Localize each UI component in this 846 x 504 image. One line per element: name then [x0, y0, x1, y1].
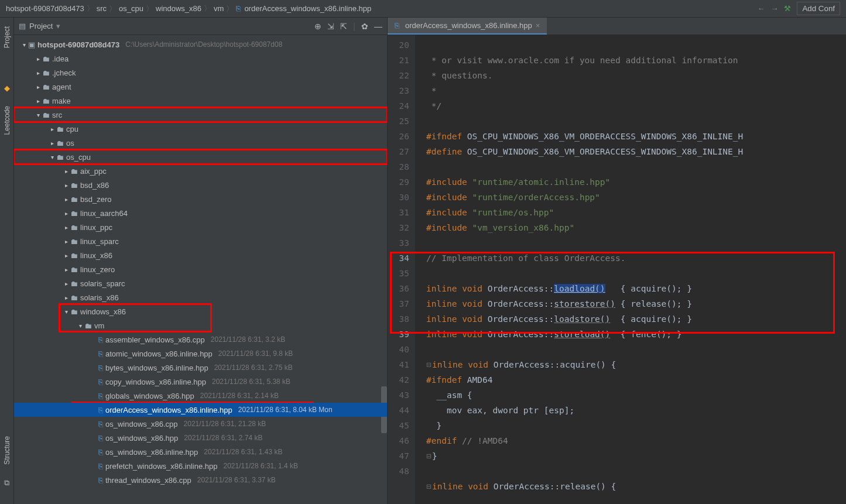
tree-folder[interactable]: 🖿aix_ppc [14, 164, 387, 178]
tree-folder[interactable]: 🖿solaris_sparc [14, 276, 387, 290]
tree-label: atomic_windows_x86.inline.hpp [105, 349, 213, 358]
tree-file[interactable]: ⎘os_windows_x86.hpp2021/11/28 6:31, 2.74… [14, 431, 387, 445]
tree-file[interactable]: ⎘assembler_windows_x86.cpp2021/11/28 6:3… [14, 332, 387, 347]
tree-folder[interactable]: 🖿bsd_zero [14, 192, 387, 206]
tree-folder-oscpu[interactable]: 🖿os_cpu [14, 150, 387, 164]
chevron-right-icon[interactable] [34, 56, 42, 62]
tree-folder[interactable]: 🖿.idea [14, 52, 387, 66]
tree-file-selected[interactable]: ⎘orderAccess_windows_x86.inline.hpp2021/… [14, 403, 387, 417]
tree-folder[interactable]: 🖿linux_x86 [14, 248, 387, 262]
chevron-right-icon[interactable] [34, 98, 42, 104]
chevron-down-icon[interactable] [48, 154, 56, 160]
tree-file[interactable]: ⎘bytes_windows_x86.inline.hpp2021/11/28 … [14, 361, 387, 375]
folder-icon: 🖿 [70, 167, 78, 176]
tree-folder[interactable]: 🖿make [14, 94, 387, 108]
tree-label: aix_ppc [80, 167, 107, 176]
tree-folder-windows-x86[interactable]: 🖿windows_x86 [14, 304, 387, 318]
chevron-right-icon[interactable] [62, 238, 70, 245]
chevron-down-icon[interactable] [20, 42, 28, 48]
hide-icon[interactable]: — [374, 22, 382, 31]
tree-folder[interactable]: 🖿solaris_x86 [14, 290, 387, 304]
tree-folder[interactable]: 🖿agent [14, 80, 387, 94]
file-meta: 2021/11/28 6:31, 1.4 kB [224, 462, 298, 470]
tree-file[interactable]: ⎘copy_windows_x86.inline.hpp2021/11/28 6… [14, 375, 387, 389]
breadcrumb-item[interactable]: src [97, 4, 107, 13]
tree-folder[interactable]: 🖿linux_sparc [14, 234, 387, 248]
dropdown-icon[interactable]: ▾ [56, 22, 60, 30]
tree-label: hotspot-69087d08d473 [37, 40, 119, 49]
tree-folder[interactable]: 🖿bsd_x86 [14, 178, 387, 192]
code-area[interactable]: * or visit www.oracle.com if you need ad… [416, 35, 846, 504]
tree-file[interactable]: ⎘os_windows_x86.cpp2021/11/28 6:31, 21.2… [14, 417, 387, 431]
tree-file[interactable]: ⎘atomic_windows_x86.inline.hpp2021/11/28… [14, 347, 387, 361]
chevron-right-icon[interactable] [62, 182, 70, 188]
tree-folder-vm[interactable]: 🖿vm [14, 318, 387, 332]
add-configuration-button[interactable]: Add Conf [797, 2, 840, 15]
chevron-down-icon[interactable] [34, 112, 42, 118]
breadcrumb-item[interactable]: vm [214, 4, 224, 13]
divider: | [353, 22, 355, 31]
tree-folder[interactable]: 🖿linux_ppc [14, 220, 387, 234]
file-icon: ⎘ [236, 4, 241, 13]
nav-forward-icon[interactable]: → [770, 4, 778, 13]
breadcrumb-item[interactable]: hotspot-69087d08d473 [6, 4, 84, 13]
expand-all-icon[interactable]: ⇲ [327, 22, 334, 31]
tree-folder[interactable]: 🖿os [14, 136, 387, 150]
close-icon[interactable]: × [536, 21, 540, 30]
file-icon: ⎘ [98, 434, 103, 443]
editor-panel: ⎘ orderAccess_windows_x86.inline.hpp × 2… [388, 18, 846, 504]
structure-tool-button[interactable]: Structure [3, 433, 11, 468]
tree-folder[interactable]: 🖿linux_zero [14, 262, 387, 276]
tree-folder[interactable]: 🖿cpu [14, 122, 387, 136]
editor-tab[interactable]: ⎘ orderAccess_windows_x86.inline.hpp × [388, 18, 547, 35]
breadcrumb-item[interactable]: os_cpu [119, 4, 143, 13]
tree-folder[interactable]: 🖿linux_aarch64 [14, 206, 387, 220]
file-meta: 2021/11/28 6:31, 3.2 kB [211, 335, 285, 344]
leetcode-tool-button[interactable]: Leetcode [3, 103, 11, 138]
breadcrumb-item[interactable]: orderAccess_windows_x86.inline.hpp [244, 4, 371, 13]
folder-icon: 🖿 [70, 293, 78, 302]
chevron-right-icon[interactable] [62, 294, 70, 301]
chevron-right-icon[interactable] [48, 140, 56, 146]
project-panel: ▤ Project ▾ ⊕ ⇲ ⇱ | ✿ — ▣ hotspot-69087d… [14, 18, 388, 504]
tree-root[interactable]: ▣ hotspot-69087d08d473 C:\Users\Administ… [14, 37, 387, 52]
project-panel-title[interactable]: Project [29, 22, 53, 30]
tree-folder[interactable]: 🖿.jcheck [14, 66, 387, 80]
leetcode-icon[interactable]: ◆ [4, 84, 10, 92]
tree-label: os_cpu [66, 153, 91, 162]
chevron-right-icon[interactable] [62, 266, 70, 273]
chevron-right-icon[interactable] [48, 126, 56, 132]
chevron-right-icon[interactable] [62, 196, 70, 203]
tree-folder-src[interactable]: 🖿src [14, 108, 387, 122]
folder-icon: 🖿 [70, 237, 78, 246]
chevron-down-icon[interactable] [62, 308, 70, 315]
tree-file[interactable]: ⎘thread_windows_x86.cpp2021/11/28 6:31, … [14, 473, 387, 487]
chevron-right-icon[interactable] [62, 224, 70, 231]
chevron-right-icon[interactable] [62, 210, 70, 217]
chevron-down-icon[interactable] [76, 323, 84, 329]
chevron-right-icon[interactable] [34, 70, 42, 76]
tree-file[interactable]: ⎘os_windows_x86.inline.hpp2021/11/28 6:3… [14, 445, 387, 459]
file-meta: 2021/11/28 6:31, 5.38 kB [212, 378, 290, 386]
collapse-all-icon[interactable]: ⇱ [340, 22, 347, 31]
project-tool-button[interactable]: Project [3, 23, 11, 51]
chevron-right-icon[interactable] [34, 84, 42, 90]
editor-body[interactable]: 2021222324252627282930313233343536373839… [388, 35, 846, 504]
select-opened-file-icon[interactable]: ⊕ [314, 22, 321, 31]
tree-file[interactable]: ⎘prefetch_windows_x86.inline.hpp2021/11/… [14, 459, 387, 473]
project-tree[interactable]: ▣ hotspot-69087d08d473 C:\Users\Administ… [14, 35, 387, 504]
tree-file[interactable]: ⎘globals_windows_x86.hpp2021/11/28 6:31,… [14, 389, 387, 403]
chevron-right-icon: 〉 [146, 4, 153, 14]
breadcrumb-item[interactable]: windows_x86 [156, 4, 201, 13]
tree-label: cpu [66, 125, 78, 133]
settings-icon[interactable]: ✿ [361, 22, 368, 31]
folder-icon: 🖿 [42, 83, 50, 91]
chevron-right-icon[interactable] [62, 168, 70, 174]
chevron-right-icon[interactable] [62, 280, 70, 287]
navigation-bar: hotspot-69087d08d473 〉 src 〉 os_cpu 〉 wi… [0, 0, 846, 18]
file-icon: ⎘ [98, 392, 103, 400]
build-icon[interactable]: ⚒ [784, 4, 791, 13]
nav-back-icon[interactable]: ← [757, 4, 765, 13]
file-meta: 2021/11/28 6:31, 8.04 kB Mon [238, 406, 333, 414]
chevron-right-icon[interactable] [62, 252, 70, 259]
